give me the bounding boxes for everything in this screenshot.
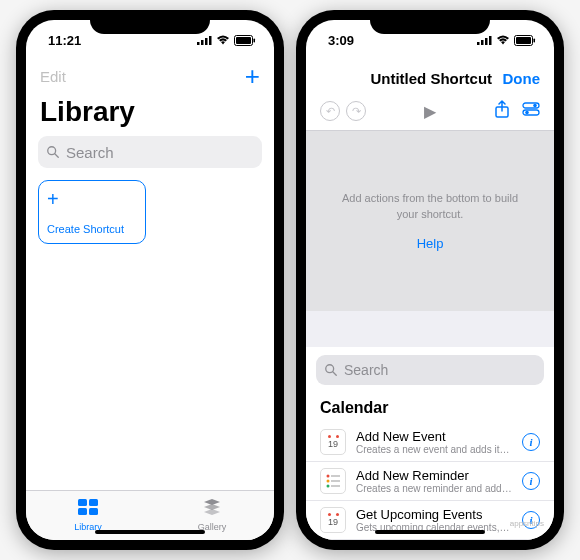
action-search-input[interactable]: Search <box>316 355 544 385</box>
svg-rect-19 <box>534 38 536 42</box>
action-sub: Creates a new event and adds it to the s… <box>356 444 512 455</box>
page-title: Library <box>26 92 274 136</box>
svg-point-31 <box>327 485 330 488</box>
done-button[interactable]: Done <box>503 70 541 87</box>
svg-rect-32 <box>331 485 340 487</box>
action-sub: Creates a new reminder and adds it to th… <box>356 483 512 494</box>
search-input[interactable]: Search <box>38 136 262 168</box>
svg-rect-11 <box>78 508 87 515</box>
home-indicator[interactable] <box>375 530 485 534</box>
toolbar-left: ↶ ↷ <box>320 101 366 121</box>
redo-button[interactable]: ↷ <box>346 101 366 121</box>
search-placeholder: Search <box>66 144 114 161</box>
search-icon <box>324 363 338 377</box>
action-title: Add New Reminder <box>356 468 512 483</box>
svg-rect-13 <box>477 42 480 45</box>
screen-library: 11:21 Edit + Library Search + Create Sho… <box>26 20 274 540</box>
svg-rect-1 <box>201 40 204 45</box>
status-time: 11:21 <box>48 33 81 48</box>
svg-point-29 <box>327 480 330 483</box>
phone-editor: 3:09 Untitled Shortcut Done ↶ ↷ ▶ Ad <box>296 10 564 550</box>
reminders-icon <box>320 468 346 494</box>
section-header: Calendar <box>306 393 554 423</box>
settings-button[interactable] <box>522 102 540 120</box>
svg-rect-30 <box>331 480 340 482</box>
svg-point-22 <box>533 104 537 108</box>
create-label: Create Shortcut <box>47 223 137 235</box>
watermark: appsntips <box>510 519 544 528</box>
edit-button[interactable]: Edit <box>40 68 66 85</box>
calendar-icon: 19 <box>320 429 346 455</box>
home-indicator[interactable] <box>95 530 205 534</box>
notch <box>370 10 490 34</box>
toolbar-right <box>494 100 540 122</box>
signal-icon <box>197 35 212 45</box>
screen-editor: 3:09 Untitled Shortcut Done ↶ ↷ ▶ Ad <box>306 20 554 540</box>
svg-rect-0 <box>197 42 200 45</box>
canvas-hint: Add actions from the bottom to build you… <box>336 191 524 222</box>
svg-rect-3 <box>209 36 212 45</box>
svg-rect-6 <box>254 38 256 42</box>
battery-icon <box>514 35 536 46</box>
play-button[interactable]: ▶ <box>374 102 486 121</box>
nav-bar: Untitled Shortcut Done <box>306 60 554 96</box>
svg-rect-10 <box>89 499 98 506</box>
library-icon <box>78 499 98 520</box>
content-area <box>26 244 274 490</box>
canvas-area: Add actions from the bottom to build you… <box>306 131 554 311</box>
svg-rect-2 <box>205 38 208 45</box>
status-icons <box>197 35 256 46</box>
svg-rect-9 <box>78 499 87 506</box>
svg-line-26 <box>333 372 337 376</box>
action-text: Add New Event Creates a new event and ad… <box>356 429 512 455</box>
action-spacer <box>306 311 554 347</box>
action-add-event[interactable]: 19 Add New Event Creates a new event and… <box>306 423 554 462</box>
toolbar: ↶ ↷ ▶ <box>306 96 554 131</box>
svg-rect-5 <box>236 37 251 44</box>
svg-rect-15 <box>485 38 488 45</box>
action-area: Search Calendar 19 Add New Event Creates… <box>306 311 554 540</box>
share-button[interactable] <box>494 100 510 122</box>
add-button[interactable]: + <box>245 61 260 92</box>
svg-rect-12 <box>89 508 98 515</box>
wifi-icon <box>216 35 230 45</box>
action-title: Add New Event <box>356 429 512 444</box>
action-add-reminder[interactable]: Add New Reminder Creates a new reminder … <box>306 462 554 501</box>
svg-rect-14 <box>481 40 484 45</box>
battery-icon <box>234 35 256 46</box>
svg-line-8 <box>55 154 59 158</box>
svg-rect-28 <box>331 475 340 477</box>
nav-title[interactable]: Untitled Shortcut <box>360 70 503 87</box>
action-text: Add New Reminder Creates a new reminder … <box>356 468 512 494</box>
svg-rect-16 <box>489 36 492 45</box>
calendar-icon: 19 <box>320 507 346 533</box>
info-button[interactable]: i <box>522 472 540 490</box>
action-title: Get Upcoming Events <box>356 507 512 522</box>
svg-point-24 <box>525 111 529 115</box>
wifi-icon <box>496 35 510 45</box>
status-icons <box>477 35 536 46</box>
svg-rect-18 <box>516 37 531 44</box>
search-icon <box>46 145 60 159</box>
phone-library: 11:21 Edit + Library Search + Create Sho… <box>16 10 284 550</box>
help-link[interactable]: Help <box>417 236 444 251</box>
create-shortcut-button[interactable]: + Create Shortcut <box>38 180 146 244</box>
action-search-placeholder: Search <box>344 362 388 378</box>
undo-button[interactable]: ↶ <box>320 101 340 121</box>
notch <box>90 10 210 34</box>
info-button[interactable]: i <box>522 433 540 451</box>
status-time: 3:09 <box>328 33 354 48</box>
plus-icon: + <box>47 189 137 209</box>
nav-bar: Edit + <box>26 60 274 92</box>
signal-icon <box>477 35 492 45</box>
svg-point-27 <box>327 475 330 478</box>
gallery-icon <box>202 499 222 520</box>
